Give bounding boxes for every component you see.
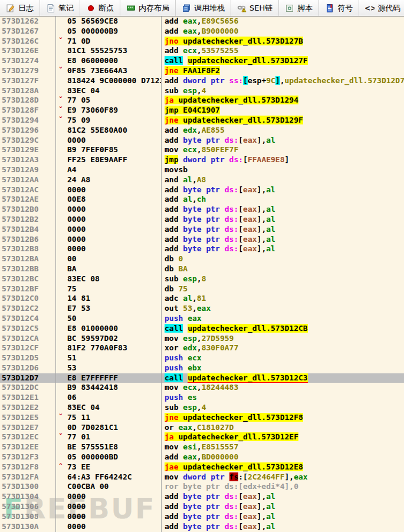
tab-notes[interactable]: 笔记 xyxy=(40,0,80,16)
disasm-row[interactable]: 573D128FˇE9 73060F89jmp E04C1907 xyxy=(0,106,404,116)
disasm-row[interactable]: 573D12B20000add byte ptr ds:[eax],al xyxy=(0,215,404,225)
disasm-cell: add byte ptr ds:[eax],al xyxy=(161,244,404,254)
address-cell: 573D129E xyxy=(0,145,55,155)
tab-label: 符号 xyxy=(337,3,353,14)
address-cell: 573D1308 xyxy=(0,512,55,522)
tab-call-stack[interactable]: 调用堆栈 xyxy=(176,0,231,16)
disasm-row[interactable]: 573D12AA24 A8and al,A8 xyxy=(0,175,404,185)
disasm-row[interactable]: 573D12AC0000add byte ptr ds:[eax],al xyxy=(0,185,404,195)
disasm-row[interactable]: 573D128Dˇ77 05ja updatechecker_dll.573D1… xyxy=(0,96,404,106)
disasm-row[interactable]: 573D1279ˇ0F85 73E664A3jne FAA1F8F2 xyxy=(0,66,404,76)
disasm-row[interactable]: 573D12D653push ebx xyxy=(0,363,404,373)
disasm-row[interactable]: 573D12D551push ecx xyxy=(0,353,404,363)
tab-log[interactable]: 日志 xyxy=(0,0,40,16)
disasm-cell: and al,A8 xyxy=(161,175,404,185)
address-cell: 573D12D6 xyxy=(0,363,55,373)
disasm-cell: mov dword ptr fs:[2C2464FF],eax xyxy=(161,472,404,482)
disasm-row[interactable]: 573D12B80000add byte ptr ds:[eax],al xyxy=(0,244,404,254)
disasm-row[interactable]: 573D126205 56569CE8add eax,E89C5656 xyxy=(0,17,404,27)
disasm-cell: call updatechecker_dll.573D12C3 xyxy=(161,373,404,383)
disasm-cell: sub esp,8 xyxy=(161,274,404,284)
bytes-cell: 818424 9C000000 D7123D57 xyxy=(55,76,161,86)
disasm-row[interactable]: 573D12FA64:A3 FF64242Cmov dword ptr fs:[… xyxy=(0,472,404,482)
disasm-row[interactable]: 573D1274E8 06000000call updatechecker_dl… xyxy=(0,56,404,66)
disasm-row[interactable]: 573D12E5ˇ75 11jne updatechecker_dll.573D… xyxy=(0,413,404,423)
tab-label: 脚本 xyxy=(297,3,313,14)
disasm-row[interactable]: 573D12BF75db 75 xyxy=(0,284,404,294)
disasm-row[interactable]: 573D130A0000add byte ptr ds:[eax],al xyxy=(0,522,404,532)
disasm-row[interactable]: 573D12CF81F2 770A0F83xor edx,830F0A77 xyxy=(0,343,404,353)
disasm-row[interactable]: 573D12BA00db 0 xyxy=(0,254,404,264)
disasm-row[interactable]: 573D12ECˇ77 01ja updatechecker_dll.573D1… xyxy=(0,432,404,442)
disasm-row[interactable]: 573D13060000add byte ptr ds:[eax],al xyxy=(0,502,404,512)
disasm-row[interactable]: 573D12BBBAdb BA xyxy=(0,264,404,274)
disasm-row-selected[interactable]: 573D12D7E8 E7FFFFFFcall updatechecker_dl… xyxy=(0,373,404,383)
disasm-cell: mov esp,27D5959 xyxy=(161,334,404,344)
disasm-row[interactable]: 573D129EB9 7FEF0F85mov ecx,850FEF7F xyxy=(0,145,404,155)
tab-source[interactable]: <>源代码 xyxy=(359,0,404,16)
disasm-row[interactable]: 573D12CABC 59597D02mov esp,27D5959 xyxy=(0,334,404,344)
disasm-row[interactable]: 573D12C450push eax xyxy=(0,314,404,324)
tab-memory-map[interactable]: 内存布局 xyxy=(120,0,176,16)
disasm-row[interactable]: 573D12A9A4movsb xyxy=(0,165,404,175)
svg-text:<>: <> xyxy=(365,4,375,12)
address-cell: 573D1304 xyxy=(0,492,55,502)
disasm-row[interactable]: 573D12B60000add byte ptr ds:[eax],al xyxy=(0,235,404,245)
disasm-row[interactable]: 573D12C014 81adc al,81 xyxy=(0,294,404,304)
disasm-cell: add byte ptr ds:[eax],al xyxy=(161,235,404,245)
source-icon: <> xyxy=(365,4,375,13)
disasm-row[interactable]: 573D12EEBE 575551E8mov esi,E8515557 xyxy=(0,442,404,452)
address-cell: 573D12C2 xyxy=(0,304,55,314)
bytes-cell: 00 xyxy=(55,254,161,264)
bytes-cell: 0000 xyxy=(55,185,161,195)
bytes-cell: 81F2 770A0F83 xyxy=(55,343,161,353)
disasm-row[interactable]: 573D12E283EC 04sub esp,4 xyxy=(0,403,404,413)
address-cell: 573D1306 xyxy=(0,502,55,512)
address-cell: 573D130A xyxy=(0,522,55,532)
disasm-row[interactable]: 573D126E81C1 55525753add ecx,53575255 xyxy=(0,46,404,56)
jump-down-indicator-icon: ˇ xyxy=(58,66,63,75)
address-cell: 573D12C0 xyxy=(0,294,55,304)
jump-down-indicator-icon: ˇ xyxy=(58,116,63,124)
disasm-row[interactable]: 573D12BC83EC 08sub esp,8 xyxy=(0,274,404,284)
address-cell: 573D12B6 xyxy=(0,235,55,245)
bytes-cell: 05 000000B9 xyxy=(55,27,161,37)
disasm-row[interactable]: 573D127F818424 9C000000 D7123D57add dwor… xyxy=(0,76,404,86)
disasm-row[interactable]: 573D1294ˇ75 09jne updatechecker_dll.573D… xyxy=(0,116,404,126)
bytes-cell: 0000 xyxy=(55,205,161,215)
disasm-row[interactable]: 573D126705 000000B9add eax,B9000000 xyxy=(0,27,404,37)
disasm-row[interactable]: 573D12F305 000000BDadd eax,BD000000 xyxy=(0,452,404,462)
disasm-row[interactable]: 573D129681C2 55E80A00add edx,AE855 xyxy=(0,126,404,136)
disasm-row[interactable]: 573D12B40000add byte ptr ds:[eax],al xyxy=(0,225,404,235)
disasm-row[interactable]: 573D12B00000add byte ptr ds:[eax],al xyxy=(0,205,404,215)
disasm-row[interactable]: 573D1300C00CBA 00ror byte ptr ds:[edx+ed… xyxy=(0,482,404,492)
bytes-cell: ˇ0F85 73E664A3 xyxy=(55,66,161,76)
disasm-row[interactable]: 573D126Cˇ71 0Djno updatechecker_dll.573D… xyxy=(0,37,404,47)
disasm-row[interactable]: 573D12F8ˆ73 EEjae updatechecker_dll.573D… xyxy=(0,462,404,472)
disasm-row[interactable]: 573D12C5E8 01000000call updatechecker_dl… xyxy=(0,324,404,334)
disasm-cell: add eax,E89C5656 xyxy=(161,17,404,27)
disasm-cell: mov esi,E8515557 xyxy=(161,442,404,452)
disasm-cell: push es xyxy=(161,393,404,403)
disasm-row[interactable]: 573D12DCB9 83442418mov ecx,18244483 xyxy=(0,383,404,393)
tab-seh[interactable]: !SEH链 xyxy=(231,0,279,16)
disasm-row[interactable]: 573D13080000add byte ptr ds:[eax],al xyxy=(0,512,404,522)
disasm-row[interactable]: 573D12C2E7 53out 53,eax xyxy=(0,304,404,314)
disasm-row[interactable]: 573D129C0000add byte ptr ds:[eax],al xyxy=(0,136,404,146)
address-cell: 573D129C xyxy=(0,136,55,146)
disasm-row[interactable]: 573D13040000add byte ptr ds:[eax],al xyxy=(0,492,404,502)
disasm-row[interactable]: 573D12E70D 7D0281C1or eax,C181027D xyxy=(0,423,404,433)
disasm-row[interactable]: 573D128A83EC 04sub esp,4 xyxy=(0,86,404,96)
tab-symbols[interactable]: 符号 xyxy=(319,0,359,16)
disasm-cell: mov ecx,850FEF7F xyxy=(161,145,404,155)
disasm-row[interactable]: 573D12E106push es xyxy=(0,393,404,403)
tab-breakpoints[interactable]: 断点 xyxy=(80,0,120,16)
bytes-cell: 83EC 04 xyxy=(55,403,161,413)
tab-script[interactable]: 脚本 xyxy=(279,0,319,16)
address-cell: 573D12A3 xyxy=(0,155,55,165)
disasm-row[interactable]: 573D12A3FF25 E8E9AAFFjmp dword ptr ds:[F… xyxy=(0,155,404,165)
tab-label: 笔记 xyxy=(58,3,74,14)
disasm-cell: add byte ptr ds:[eax],al xyxy=(161,492,404,502)
disasm-row[interactable]: 573D12AE00E8add al,ch xyxy=(0,195,404,205)
bytes-cell: 83EC 08 xyxy=(55,274,161,284)
